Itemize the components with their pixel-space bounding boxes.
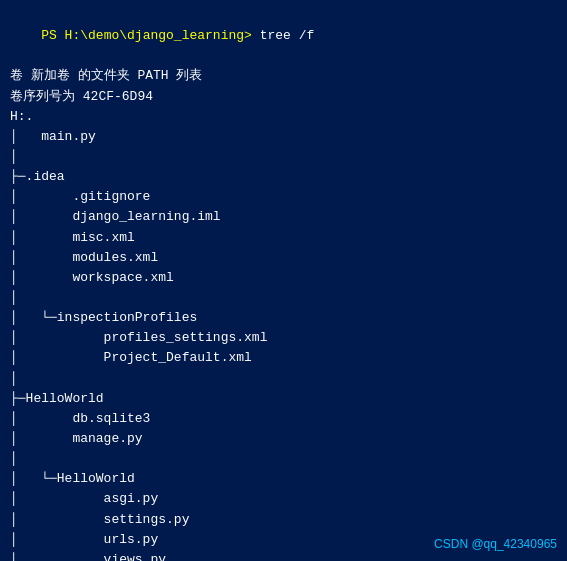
prompt-text: PS H:\demo\django_learning> (41, 28, 252, 43)
watermark: CSDN @qq_42340965 (434, 537, 557, 551)
command-text: tree /f (252, 28, 314, 43)
output-line: H:. (10, 107, 557, 127)
output-line: │ (10, 369, 557, 389)
terminal-window: PS H:\demo\django_learning> tree /f 卷 新加… (0, 0, 567, 561)
output-line: │ django_learning.iml (10, 207, 557, 227)
output-line: │ profiles_settings.xml (10, 328, 557, 348)
output-line: │ └─inspectionProfiles (10, 308, 557, 328)
output-line: │ db.sqlite3 (10, 409, 557, 429)
output-line: │ modules.xml (10, 248, 557, 268)
prompt-line: PS H:\demo\django_learning> tree /f (10, 6, 557, 66)
output-line: │ workspace.xml (10, 268, 557, 288)
output-line: │ misc.xml (10, 228, 557, 248)
output-line: ├─HelloWorld (10, 389, 557, 409)
output-line: ├─.idea (10, 167, 557, 187)
output-line: │ (10, 288, 557, 308)
output-line: │ manage.py (10, 429, 557, 449)
output-line: 卷 新加卷 的文件夹 PATH 列表 (10, 66, 557, 86)
output-line: │ .gitignore (10, 187, 557, 207)
output-line: 卷序列号为 42CF-6D94 (10, 87, 557, 107)
output-area: 卷 新加卷 的文件夹 PATH 列表卷序列号为 42CF-6D94H:.│ ma… (10, 66, 557, 561)
output-line: │ asgi.py (10, 489, 557, 509)
output-line: │ └─HelloWorld (10, 469, 557, 489)
output-line: │ Project_Default.xml (10, 348, 557, 368)
output-line: │ settings.py (10, 510, 557, 530)
output-line: │ (10, 147, 557, 167)
output-line: │ main.py (10, 127, 557, 147)
output-line: │ (10, 449, 557, 469)
output-line: │ views.py (10, 550, 557, 561)
